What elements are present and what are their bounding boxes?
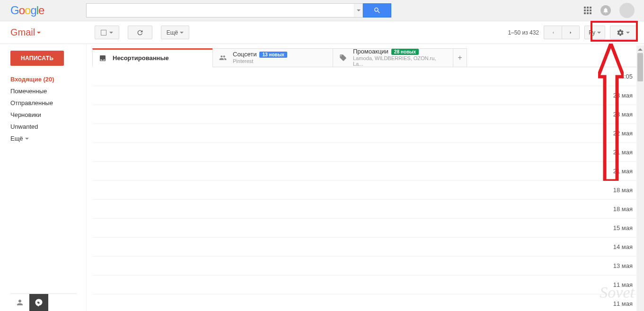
mail-date: 15 мая: [613, 224, 633, 231]
caret-down-icon: [37, 32, 41, 34]
caret-down-icon: [597, 32, 601, 34]
mail-row[interactable]: 18 мая: [92, 181, 644, 200]
input-tools-button[interactable]: Ру: [584, 26, 605, 39]
gear-icon: [617, 29, 624, 36]
mail-date: 11 мая: [613, 281, 633, 288]
tab-badge: 13 новых: [259, 52, 287, 58]
more-button[interactable]: Ещё: [161, 26, 189, 39]
hangouts-icon: [35, 298, 43, 307]
tab-title: Соцсети: [233, 51, 256, 58]
apps-icon[interactable]: [583, 6, 592, 15]
caret-down-icon: [109, 32, 113, 34]
refresh-button[interactable]: [128, 26, 152, 39]
mail-row[interactable]: 18 мая: [92, 200, 644, 219]
mail-date: 4:05: [621, 73, 633, 80]
tag-icon: [339, 54, 347, 62]
tab-badge: 28 новых: [391, 49, 419, 55]
lang-label: Ру: [589, 29, 595, 36]
caret-down-icon: [25, 138, 29, 140]
notifications-icon[interactable]: [600, 5, 611, 16]
scrollbar[interactable]: [636, 45, 644, 311]
prev-page-button[interactable]: [544, 26, 562, 39]
mail-row[interactable]: 15 мая: [92, 219, 644, 238]
contacts-tab[interactable]: [10, 294, 29, 311]
person-icon: [16, 298, 24, 307]
toolbar: Gmail Ещё 1–50 из 432 Ру: [0, 21, 644, 44]
mail-date: 14 мая: [613, 243, 633, 250]
compose-button[interactable]: НАПИСАТЬ: [10, 51, 64, 66]
mail-date: 13 мая: [613, 262, 633, 269]
tab-subtitle: Lamoda, WILDBERRIES, OZON.ru, La...: [353, 55, 447, 67]
mail-date: 22 мая: [613, 130, 633, 137]
sidebar-item-2[interactable]: Отправленные: [10, 97, 86, 109]
search-button[interactable]: [363, 3, 391, 18]
mail-row[interactable]: 21 мая: [92, 143, 644, 162]
caret-down-icon: [626, 32, 630, 34]
mail-date: 21 мая: [613, 168, 633, 175]
mail-date: 18 мая: [613, 205, 633, 213]
mail-date: 23 мая: [613, 111, 633, 118]
mail-row[interactable]: 4:05: [92, 67, 644, 86]
pagination-text: 1–50 из 432: [508, 29, 539, 36]
mail-row[interactable]: 13 мая: [92, 257, 644, 275]
search-icon: [373, 7, 381, 14]
sidebar-item-1[interactable]: Помеченные: [10, 85, 86, 97]
category-tab-1[interactable]: Соцсети13 новыхPinterest: [212, 48, 333, 67]
chevron-left-icon: [551, 30, 556, 35]
mail-date: 18 мая: [613, 187, 633, 194]
category-tab-2[interactable]: Промоакции28 новыхLamoda, WILDBERRIES, O…: [333, 48, 453, 67]
mail-date: 11 мая: [613, 300, 633, 307]
sidebar: НАПИСАТЬ Входящие (20)ПомеченныеОтправле…: [0, 44, 86, 311]
scroll-up-button[interactable]: [636, 45, 644, 53]
mail-date: 21 мая: [613, 149, 633, 156]
search-input[interactable]: [87, 4, 354, 17]
tab-subtitle: Pinterest: [233, 58, 287, 64]
gmail-brand-dropdown[interactable]: Gmail: [10, 27, 95, 38]
mail-row[interactable]: 21 мая: [92, 162, 644, 181]
select-all-button[interactable]: [95, 26, 119, 39]
add-tab-button[interactable]: +: [453, 48, 467, 67]
main-panel: НесортированныеСоцсети13 новыхPinterestП…: [86, 44, 644, 311]
people-icon: [219, 54, 227, 62]
plus-icon: +: [458, 53, 462, 62]
sidebar-more[interactable]: Ещё: [10, 133, 86, 144]
mail-row[interactable]: 11 мая: [92, 275, 644, 294]
header: Google: [0, 0, 644, 21]
account-avatar[interactable]: [619, 3, 635, 18]
brand-label: Gmail: [10, 27, 35, 38]
caret-down-icon: [180, 32, 184, 34]
sidebar-item-3[interactable]: Черновики: [10, 109, 86, 121]
mail-row[interactable]: 22 мая: [92, 124, 644, 143]
inbox-icon: [98, 54, 107, 62]
category-tab-0[interactable]: Несортированные: [92, 48, 212, 67]
tab-title: Несортированные: [113, 55, 169, 62]
hangouts-tab[interactable]: [29, 294, 48, 311]
mail-row[interactable]: 11 мая: [92, 294, 644, 311]
sidebar-more-label: Ещё: [10, 135, 23, 142]
checkbox-icon: [101, 30, 106, 36]
next-page-button[interactable]: [562, 26, 580, 39]
search-options-dropdown[interactable]: [354, 4, 362, 17]
more-label: Ещё: [167, 29, 178, 36]
refresh-icon: [136, 29, 144, 36]
search-bar: [86, 3, 391, 18]
mail-row[interactable]: 23 мая: [92, 86, 644, 105]
mail-date: 23 мая: [613, 92, 633, 99]
mail-row[interactable]: 14 мая: [92, 238, 644, 257]
sidebar-item-4[interactable]: Unwanted: [10, 121, 86, 133]
tab-title: Промоакции: [353, 48, 388, 55]
settings-button[interactable]: [610, 26, 636, 39]
chevron-right-icon: [568, 30, 573, 35]
mail-row[interactable]: 23 мая: [92, 105, 644, 124]
scroll-thumb[interactable]: [637, 53, 643, 81]
sidebar-item-0[interactable]: Входящие (20): [10, 73, 86, 85]
google-logo[interactable]: Google: [10, 4, 86, 17]
